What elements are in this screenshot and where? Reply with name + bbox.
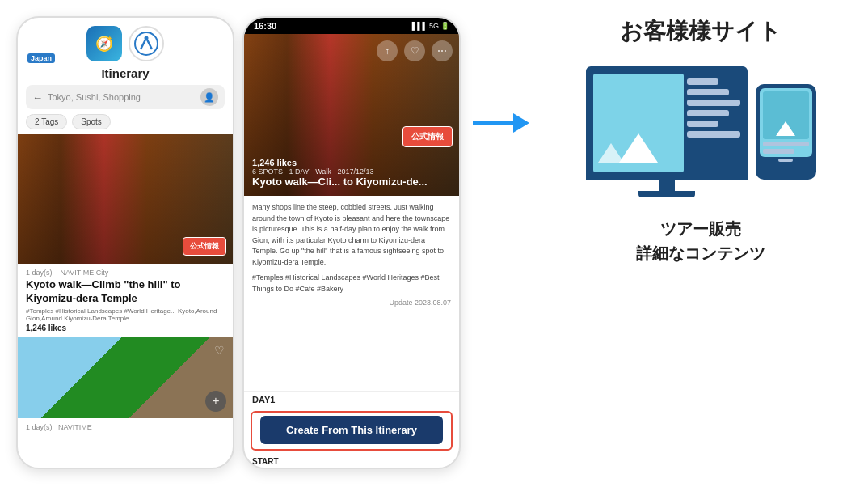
card-image-2: + ♡ bbox=[18, 337, 233, 418]
monitor-text-area bbox=[687, 74, 740, 172]
heart-icon-hero[interactable]: ♡ bbox=[404, 40, 425, 61]
itinerary-title: Itinerary bbox=[18, 65, 233, 85]
card-title-1: Kyoto walk—Climb "the hill" to Kiyomizu-… bbox=[26, 278, 225, 306]
bottom-labels: ツアー販売 詳細なコンテンツ bbox=[636, 217, 765, 265]
arrow-head bbox=[513, 113, 529, 133]
add-button-icon[interactable]: + bbox=[205, 391, 226, 412]
card-brand: NAVITIME City bbox=[61, 269, 109, 277]
signal-icon: ▌▌▌ bbox=[412, 22, 428, 30]
start-label: START bbox=[244, 454, 459, 468]
card-item-1[interactable]: 公式情報 1 day(s) NAVITIME City Kyoto walk—C… bbox=[18, 134, 233, 337]
mobile-mountain bbox=[776, 121, 795, 136]
search-bar[interactable]: ← Tokyo, Sushi, Shopping 👤 bbox=[26, 85, 225, 109]
card-tags-1: #Temples #Historical Landscapes #World H… bbox=[26, 307, 225, 322]
mobile-line-2 bbox=[763, 149, 795, 154]
mobile-line-1 bbox=[763, 142, 809, 146]
right-section: お客様様サイト bbox=[541, 16, 852, 265]
phone-center-header: 16:30 ▌▌▌ 5G 🔋 bbox=[244, 18, 459, 34]
center-update: Update 2023.08.07 bbox=[252, 298, 451, 309]
arrow-container bbox=[469, 113, 533, 133]
hero-date: 2017/12/13 bbox=[337, 167, 373, 176]
svg-point-1 bbox=[145, 36, 149, 40]
device-mockup-container bbox=[586, 66, 816, 197]
search-text: Tokyo, Sushi, Shopping bbox=[48, 92, 196, 102]
create-from-itinerary-button[interactable]: Create From This Itinerary bbox=[260, 416, 443, 444]
heart-icon: ♡ bbox=[214, 344, 225, 357]
right-arrow-icon bbox=[473, 113, 529, 133]
monitor-stand-base bbox=[638, 191, 695, 197]
mobile-home-button bbox=[778, 159, 793, 162]
hero-title: Kyoto walk—Cli... to Kiyomizu-de... bbox=[252, 176, 428, 189]
monitor-mountain-large bbox=[619, 133, 658, 163]
monitor-line-4 bbox=[687, 110, 729, 116]
card-meta-1: 1 day(s) NAVITIME City bbox=[26, 269, 225, 277]
svg-point-0 bbox=[135, 32, 158, 55]
mobile-image-area bbox=[763, 91, 809, 139]
mobile-device bbox=[756, 84, 816, 180]
arrow-shaft bbox=[473, 121, 517, 125]
battery-icon: 🔋 bbox=[440, 22, 449, 30]
center-description: Many shops line the steep, cobbled stree… bbox=[252, 202, 451, 268]
card-image-1: 公式情報 bbox=[18, 134, 233, 264]
app-icon: 🧭 Japan bbox=[86, 26, 122, 61]
monitor-line-6 bbox=[687, 131, 740, 138]
card-item-2[interactable]: + ♡ 1 day(s) NAVITIME bbox=[18, 337, 233, 434]
card-meta-2: 1 day(s) NAVITIME bbox=[26, 423, 225, 431]
center-body: Many shops line the steep, cobbled stree… bbox=[244, 196, 459, 391]
phone-left-content: 公式情報 1 day(s) NAVITIME City Kyoto walk—C… bbox=[18, 134, 233, 468]
day-label: DAY1 bbox=[244, 391, 459, 406]
network-label: 5G bbox=[429, 22, 439, 30]
hero-likes: 1,246 likes bbox=[252, 158, 428, 167]
card-info-2: 1 day(s) NAVITIME bbox=[18, 418, 233, 434]
phone-left: 🧭 Japan Itinerary ← Tokyo, Sushi, Shoppi… bbox=[16, 16, 234, 469]
mobile-screen bbox=[760, 88, 812, 157]
hero-stats: 6 SPOTS · 1 DAY · Walk 2017/12/13 bbox=[252, 167, 428, 176]
site-title: お客様様サイト bbox=[620, 16, 782, 47]
hero-info: 1,246 likes 6 SPOTS · 1 DAY · Walk 2017/… bbox=[252, 158, 428, 189]
phone-center: 16:30 ▌▌▌ 5G 🔋 ↑ ♡ ⋯ 公式情報 1,246 likes 6 … bbox=[242, 16, 461, 469]
back-arrow-icon: ← bbox=[32, 91, 43, 104]
person-icon: 👤 bbox=[200, 88, 218, 106]
navitime-logo bbox=[129, 26, 164, 61]
monitor-line-3 bbox=[687, 100, 740, 106]
card-likes-1: 1,246 likes bbox=[26, 324, 225, 332]
bottom-label-line1: ツアー販売 bbox=[636, 217, 765, 241]
monitor-image-area bbox=[593, 74, 684, 172]
monitor-line-2 bbox=[687, 89, 729, 95]
share-icon[interactable]: ↑ bbox=[377, 40, 398, 61]
bottom-label-line2: 詳細なコンテンツ bbox=[636, 241, 765, 265]
monitor-line-1 bbox=[687, 78, 718, 85]
navitime-brand-2: NAVITIME bbox=[58, 423, 92, 431]
main-container: 🧭 Japan Itinerary ← Tokyo, Sushi, Shoppi… bbox=[0, 0, 868, 487]
hero-actions: ↑ ♡ ⋯ bbox=[377, 40, 453, 61]
japan-label: Japan bbox=[27, 53, 55, 63]
status-icons: ▌▌▌ 5G 🔋 bbox=[412, 22, 449, 30]
card-info-1: 1 day(s) NAVITIME City Kyoto walk—Climb … bbox=[18, 264, 233, 337]
center-tags: #Temples #Historical Landscapes #World H… bbox=[252, 273, 451, 294]
filter-row: 2 Tags Spots bbox=[18, 114, 233, 134]
desktop-monitor bbox=[586, 66, 748, 197]
more-icon[interactable]: ⋯ bbox=[432, 40, 453, 61]
status-time: 16:30 bbox=[254, 21, 276, 31]
filter-tags-btn[interactable]: 2 Tags bbox=[26, 114, 67, 129]
monitor-stand-neck bbox=[659, 180, 675, 191]
hero-spots-days: 6 SPOTS · 1 DAY · Walk bbox=[252, 167, 331, 176]
pagoda-scene-bg bbox=[18, 337, 233, 418]
badge-official-left: 公式情報 bbox=[183, 237, 226, 256]
center-hero: ↑ ♡ ⋯ 公式情報 1,246 likes 6 SPOTS · 1 DAY ·… bbox=[244, 34, 459, 196]
app-icon-symbol: 🧭 bbox=[95, 35, 113, 53]
filter-spots-btn[interactable]: Spots bbox=[72, 114, 111, 129]
phone-left-header: 🧭 Japan bbox=[18, 18, 233, 65]
hero-badge-official: 公式情報 bbox=[402, 126, 453, 147]
monitor-screen bbox=[586, 66, 748, 180]
create-btn-wrapper: Create From This Itinerary bbox=[251, 411, 453, 451]
monitor-line-5 bbox=[687, 121, 718, 127]
card-days: 1 day(s) bbox=[26, 269, 53, 277]
